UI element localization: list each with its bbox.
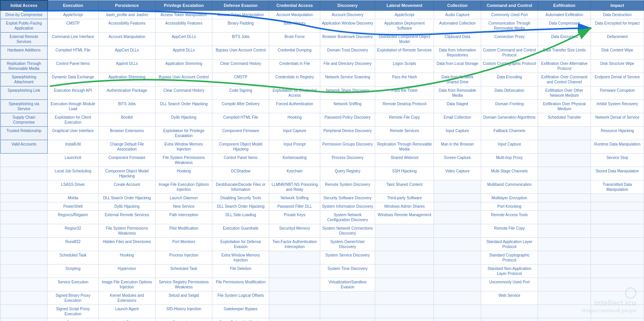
technique-label[interactable]: Data Transfer Size Limits bbox=[540, 47, 589, 53]
table-row[interactable] bbox=[269, 265, 320, 278]
table-row[interactable]: Endpoint Denial of Service bbox=[591, 73, 644, 86]
table-row[interactable]: Component Object Model Hijacking bbox=[212, 140, 269, 154]
table-row[interactable] bbox=[375, 238, 434, 251]
technique-label[interactable]: Custom Cryptographic Protocol bbox=[483, 61, 536, 66]
technique-label[interactable]: Launchctl bbox=[49, 155, 97, 160]
table-row[interactable]: Data Obfuscation bbox=[481, 86, 538, 100]
technique-label[interactable]: Execution Guardrails bbox=[214, 225, 267, 231]
table-row[interactable] bbox=[434, 202, 481, 211]
table-row[interactable]: Input Prompt bbox=[269, 140, 320, 154]
technique-label[interactable]: Data Encrypted bbox=[540, 34, 589, 40]
table-row[interactable]: Port Knocking bbox=[481, 202, 538, 211]
table-row[interactable]: Keychain bbox=[269, 167, 320, 180]
technique-label[interactable]: File System Permissions Weakness bbox=[100, 225, 154, 236]
table-row[interactable] bbox=[538, 251, 591, 265]
table-row[interactable]: Disk Structure Wipe bbox=[591, 60, 644, 73]
table-row[interactable]: Network Sniffing bbox=[320, 100, 375, 113]
table-row[interactable]: Replication Through Removable Media bbox=[0, 60, 48, 73]
table-row[interactable]: File and Directory Discovery bbox=[320, 60, 375, 73]
table-row[interactable] bbox=[591, 202, 644, 211]
table-row[interactable]: Process Injection bbox=[156, 251, 212, 265]
technique-label[interactable]: Query Registry bbox=[322, 168, 373, 174]
technique-label[interactable]: Screen Capture bbox=[435, 155, 479, 160]
technique-label[interactable]: Launch Agent bbox=[100, 306, 154, 312]
technique-label[interactable]: Valid Accounts bbox=[2, 141, 46, 147]
table-row[interactable]: Access Token Manipulation bbox=[156, 10, 212, 19]
technique-label[interactable]: AppInit DLLs bbox=[157, 47, 210, 53]
table-row[interactable] bbox=[0, 291, 48, 305]
table-row[interactable] bbox=[591, 224, 644, 238]
technique-label[interactable]: Launch Daemon bbox=[157, 195, 210, 201]
technique-label[interactable]: Clear Command History bbox=[214, 61, 267, 66]
table-row[interactable]: Extra Window Memory Injection bbox=[212, 251, 269, 265]
table-row[interactable]: Clear Command History bbox=[156, 86, 212, 100]
technique-label[interactable]: Web Service bbox=[483, 293, 536, 298]
technique-label[interactable]: Port Knocking bbox=[483, 204, 536, 209]
technique-label[interactable]: Image File Execution Options Injection bbox=[157, 182, 210, 192]
table-row[interactable]: Brute Force bbox=[269, 33, 320, 46]
technique-label[interactable]: Application Window Discovery bbox=[322, 20, 373, 26]
technique-label[interactable]: System Service Discovery bbox=[322, 252, 373, 258]
table-row[interactable]: Peripheral Device Discovery bbox=[320, 127, 375, 140]
table-row[interactable] bbox=[0, 251, 48, 265]
table-row[interactable]: Kerberoasting bbox=[269, 154, 320, 167]
technique-label[interactable]: Data Compressed bbox=[540, 20, 589, 26]
table-row[interactable]: AppInit DLLs bbox=[156, 46, 212, 60]
table-row[interactable]: Exploitation for Privilege Escalation bbox=[156, 127, 212, 140]
table-row[interactable]: Accessibility Features bbox=[98, 19, 155, 33]
table-row[interactable]: Inhibit System Recovery bbox=[591, 100, 644, 113]
technique-label[interactable]: Clear Command History bbox=[157, 88, 210, 93]
table-row[interactable]: Logon Scripts bbox=[375, 60, 434, 73]
table-row[interactable]: File Permissions Modification bbox=[212, 278, 269, 291]
table-row[interactable]: Group Policy Modification bbox=[212, 318, 269, 321]
table-row[interactable] bbox=[434, 211, 481, 224]
table-row[interactable]: Startup Items bbox=[156, 318, 212, 321]
table-row[interactable]: Hidden Files and Directories bbox=[98, 238, 155, 251]
technique-label[interactable]: Access Token Manipulation bbox=[214, 12, 267, 18]
technique-label[interactable]: Stored Data Manipulation bbox=[593, 168, 642, 174]
technique-label[interactable]: Resource Hijacking bbox=[593, 128, 642, 134]
table-row[interactable]: Dylib Hijacking bbox=[156, 113, 212, 127]
table-row[interactable] bbox=[434, 180, 481, 194]
table-row[interactable]: Account Manipulation bbox=[269, 10, 320, 19]
table-row[interactable] bbox=[481, 305, 538, 318]
technique-label[interactable]: Code Signing bbox=[214, 88, 267, 93]
technique-label[interactable]: Execution through API bbox=[49, 88, 97, 93]
table-row[interactable]: File System Permissions Weakness bbox=[98, 224, 155, 238]
table-row[interactable]: Data Encoding bbox=[481, 73, 538, 86]
table-row[interactable]: Replication Through Removable Media bbox=[375, 140, 434, 154]
table-row[interactable]: Data Transfer Size Limits bbox=[538, 46, 591, 60]
table-row[interactable] bbox=[538, 238, 591, 251]
table-row[interactable] bbox=[591, 291, 644, 305]
technique-label[interactable]: Pass the Hash bbox=[377, 74, 432, 80]
table-row[interactable]: Credentials in File bbox=[269, 60, 320, 73]
technique-label[interactable]: Image File Execution Options Injection bbox=[100, 279, 154, 290]
table-row[interactable]: Transmitted Data Manipulation bbox=[591, 180, 644, 194]
table-row[interactable]: File System Logical Offsets bbox=[212, 291, 269, 305]
table-row[interactable] bbox=[538, 167, 591, 180]
technique-label[interactable]: Data Obfuscation bbox=[483, 88, 536, 93]
table-row[interactable]: Password Policy Discovery bbox=[320, 113, 375, 127]
table-row[interactable]: PowerShell bbox=[48, 202, 99, 211]
table-row[interactable] bbox=[0, 211, 48, 224]
technique-label[interactable]: Custom Command and Control Protocol bbox=[483, 47, 536, 58]
technique-label[interactable]: Exploitation for Defense Evasion bbox=[214, 239, 267, 250]
table-row[interactable]: File System Permissions Weakness bbox=[156, 154, 212, 167]
table-row[interactable]: Permission Groups Discovery bbox=[320, 140, 375, 154]
table-row[interactable] bbox=[434, 251, 481, 265]
technique-label[interactable]: Bootkit bbox=[100, 114, 154, 120]
table-row[interactable]: Bypass User Account Control bbox=[212, 46, 269, 60]
table-row[interactable]: Security Software Discovery bbox=[320, 194, 375, 202]
technique-label[interactable]: Security Software Discovery bbox=[322, 195, 373, 201]
table-row[interactable]: Remote File Copy bbox=[481, 224, 538, 238]
technique-label[interactable]: Spearphishing via Service bbox=[2, 101, 46, 112]
table-row[interactable]: Valid Accounts bbox=[0, 140, 48, 154]
technique-label[interactable]: Bypass User Account Control bbox=[214, 47, 267, 53]
table-row[interactable] bbox=[591, 318, 644, 321]
technique-label[interactable]: Startup Items bbox=[157, 319, 210, 321]
table-row[interactable]: Defacement bbox=[591, 33, 644, 46]
technique-label[interactable]: New Service bbox=[157, 204, 210, 209]
technique-label[interactable]: SID-History Injection bbox=[157, 306, 210, 312]
technique-label[interactable]: Data Destruction bbox=[593, 12, 642, 18]
table-row[interactable]: Binary Padding bbox=[212, 19, 269, 33]
